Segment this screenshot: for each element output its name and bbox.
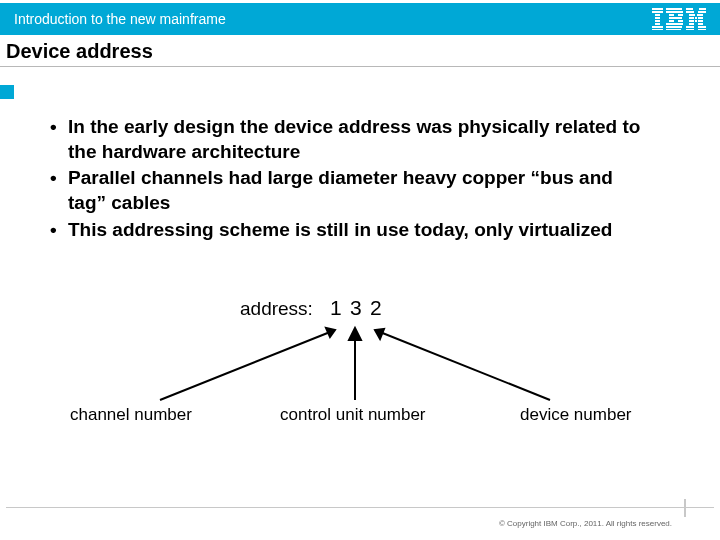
digit-device: 2 bbox=[370, 296, 382, 319]
svg-rect-12 bbox=[669, 17, 682, 19]
svg-rect-22 bbox=[689, 14, 695, 16]
svg-rect-3 bbox=[655, 17, 660, 19]
svg-rect-13 bbox=[669, 20, 674, 22]
digit-channel: 1 bbox=[330, 296, 342, 319]
svg-rect-7 bbox=[652, 29, 663, 30]
svg-line-40 bbox=[375, 330, 550, 400]
svg-rect-4 bbox=[655, 20, 660, 22]
arrow-channel-icon bbox=[160, 328, 335, 400]
svg-rect-9 bbox=[666, 11, 683, 13]
list-item: In the early design the device address w… bbox=[50, 115, 650, 164]
bullet-list: In the early design the device address w… bbox=[50, 115, 650, 244]
svg-rect-31 bbox=[698, 23, 703, 25]
svg-rect-15 bbox=[666, 23, 683, 25]
svg-rect-8 bbox=[666, 8, 682, 10]
caption-control-unit: control unit number bbox=[280, 405, 426, 424]
address-diagram: address: 1 3 2 channel number control un… bbox=[70, 295, 650, 440]
svg-rect-23 bbox=[697, 14, 703, 16]
caption-device: device number bbox=[520, 405, 632, 424]
svg-rect-1 bbox=[652, 11, 663, 13]
svg-rect-25 bbox=[695, 17, 697, 19]
svg-rect-27 bbox=[689, 20, 694, 22]
title-divider bbox=[0, 66, 720, 67]
accent-square bbox=[0, 85, 14, 99]
svg-line-36 bbox=[160, 330, 335, 400]
page-title: Device address bbox=[6, 40, 153, 63]
svg-rect-18 bbox=[686, 8, 693, 10]
footer-divider bbox=[6, 507, 714, 508]
svg-rect-10 bbox=[669, 14, 674, 16]
svg-marker-39 bbox=[349, 328, 361, 340]
topbar: Introduction to the new mainframe bbox=[0, 3, 720, 35]
svg-rect-19 bbox=[699, 8, 706, 10]
svg-rect-28 bbox=[695, 20, 697, 22]
ibm-logo-icon bbox=[652, 8, 706, 30]
copyright: © Copyright IBM Corp., 2011. All rights … bbox=[499, 519, 672, 528]
slide: Introduction to the new mainframe bbox=[0, 0, 720, 540]
svg-rect-17 bbox=[666, 29, 681, 30]
svg-rect-5 bbox=[655, 23, 660, 25]
svg-rect-35 bbox=[698, 29, 706, 30]
course-title: Introduction to the new mainframe bbox=[14, 11, 226, 27]
list-item: This addressing scheme is still in use t… bbox=[50, 218, 650, 243]
svg-rect-33 bbox=[698, 26, 706, 28]
svg-rect-29 bbox=[698, 20, 703, 22]
svg-rect-0 bbox=[652, 8, 663, 10]
svg-rect-14 bbox=[678, 20, 683, 22]
caption-channel: channel number bbox=[70, 405, 192, 424]
svg-rect-16 bbox=[666, 26, 682, 28]
digit-control-unit: 3 bbox=[350, 296, 362, 319]
footer-tick bbox=[684, 499, 686, 517]
arrow-control-unit-icon bbox=[349, 328, 361, 400]
address-label: address: bbox=[240, 298, 313, 319]
svg-rect-2 bbox=[655, 14, 660, 16]
svg-marker-37 bbox=[326, 328, 335, 337]
svg-rect-34 bbox=[686, 29, 694, 30]
svg-rect-26 bbox=[698, 17, 703, 19]
arrow-device-icon bbox=[375, 329, 550, 400]
svg-marker-41 bbox=[375, 329, 384, 339]
svg-rect-24 bbox=[689, 17, 694, 19]
svg-rect-20 bbox=[686, 11, 694, 13]
svg-rect-32 bbox=[686, 26, 694, 28]
svg-rect-30 bbox=[689, 23, 694, 25]
svg-rect-6 bbox=[652, 26, 663, 28]
svg-rect-11 bbox=[678, 14, 683, 16]
list-item: Parallel channels had large diameter hea… bbox=[50, 166, 650, 215]
svg-rect-21 bbox=[698, 11, 706, 13]
